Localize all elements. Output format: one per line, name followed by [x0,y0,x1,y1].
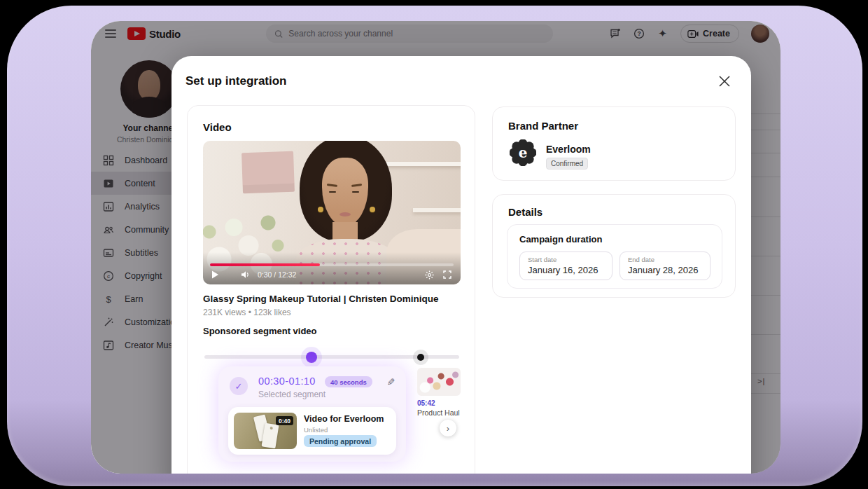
screen: Studio ? ✦ Create [0,0,868,489]
brand-partner-card: Brand Partner e Everloom Confirmed [492,106,736,181]
player-progress-bar[interactable] [210,263,454,266]
video-player[interactable]: 0:30 / 12:32 [203,141,461,284]
play-icon[interactable] [209,267,221,282]
video-section-heading: Video [203,121,232,133]
timeline-end-thumb[interactable] [417,354,424,361]
next-video-timestamp: 05:42 [417,399,462,407]
timeline-selected-thumb[interactable] [306,352,317,363]
setup-integration-modal: Set up integration Video [172,56,751,474]
campaign-duration-box: Campaign duration Start date January 16,… [507,224,722,289]
sponsored-segment-heading: Sponsored segment video [203,326,317,336]
settings-gear-icon[interactable] [423,267,435,282]
next-video-title: Product Haul [417,408,462,417]
segment-video-duration: 0:40 [276,416,293,425]
brand-partner-heading: Brand Partner [508,120,578,132]
video-title: Glassy Spring Makeup Tutorial | Christen… [203,294,439,304]
video-stats: 231K views • 123k likes [203,308,291,317]
pending-approval-badge: Pending approval [304,435,377,447]
edit-pencil-icon[interactable]: ✎ [385,378,396,386]
chevron-right-icon[interactable]: › [440,420,456,436]
segment-video-card[interactable]: 0:40 Video for Everloom Unlisted Pending… [228,407,396,455]
segment-time-range: 00:30-01:10 [258,376,316,387]
check-icon: ✓ [230,377,248,395]
youtube-studio-window: Studio ? ✦ Create [91,21,780,474]
segment-duration-badge: 40 seconds [325,376,372,387]
fullscreen-icon[interactable] [441,267,454,282]
close-icon[interactable] [716,73,733,90]
player-progress-fill [210,263,320,266]
next-video-thumbnail[interactable] [417,368,461,396]
end-date-field[interactable]: End date January 28, 2026 [620,252,710,280]
everloom-logo-icon: e [510,139,536,166]
start-date-label: Start date [528,256,604,263]
volume-icon[interactable] [239,267,252,282]
segment-label: Selected segment [258,390,326,399]
start-date-value: January 16, 2026 [528,265,604,275]
end-date-label: End date [628,256,702,263]
end-date-value: January 28, 2026 [628,265,702,275]
modal-title: Set up integration [186,74,287,88]
confirmed-badge: Confirmed [546,158,588,170]
brand-partner-name: Everloom [546,144,591,155]
details-heading: Details [508,206,542,218]
video-section-card: Video [187,105,475,474]
segment-timeline [204,351,459,364]
segment-video-thumbnail: 0:40 [234,413,297,449]
next-segment-preview: 05:42 Product Haul › [417,368,462,417]
selected-segment-card: ✓ 00:30-01:10 40 seconds Selected segmen… [218,366,406,462]
player-time: 0:30 / 12:32 [258,267,296,282]
campaign-duration-heading: Campaign duration [519,234,602,245]
segment-video-title: Video for Everloom [304,414,384,424]
start-date-field[interactable]: Start date January 16, 2026 [519,252,612,280]
svg-text:e: e [519,144,528,161]
segment-video-visibility: Unlisted [304,426,328,434]
details-card: Details Campaign duration Start date Jan… [492,194,736,298]
